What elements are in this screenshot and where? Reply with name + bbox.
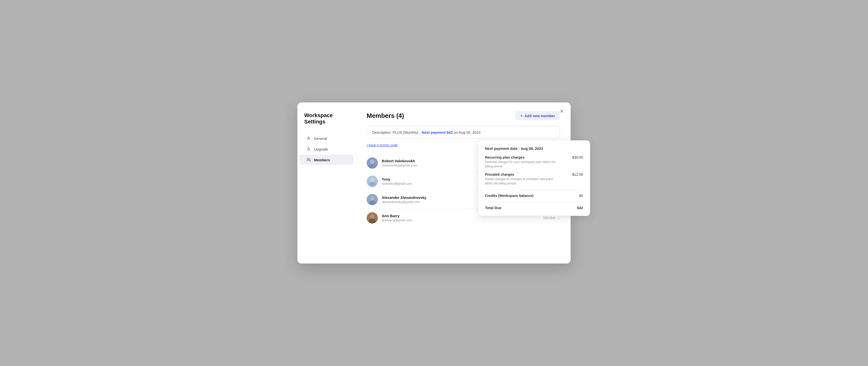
plan-text: PLUS (Monthly) - [393,130,422,134]
sidebar-nav: General Upgrade [298,133,356,165]
rocket-icon [306,147,311,152]
svg-point-14 [369,219,376,223]
members-icon [306,157,311,162]
tooltip-credits-amount: $0 [579,194,583,197]
tooltip-recurring-row: Recurring plan charges Renewal charges f… [485,155,583,169]
tooltip-prorated-sub: Partial charges for changes to members a… [485,177,558,186]
sidebar-item-general-label: General [314,136,327,141]
svg-point-13 [370,214,374,219]
sidebar: Workspace Settings General [298,102,356,264]
tooltip-total-amount: $42 [577,206,583,210]
payment-suffix: on Aug 08, 2023 [454,130,480,134]
svg-point-1 [308,149,309,150]
description-prefix: Description: [372,130,392,134]
header-row: Members (4) + Add new member [367,111,560,120]
svg-point-5 [369,164,376,169]
svg-point-0 [308,137,309,139]
next-payment-link[interactable]: Next payment $42 [422,130,453,134]
tooltip-recurring-amount: $30.00 [572,155,583,159]
user-icon [306,136,311,141]
tooltip-date: Next payment date - Aug 08, 2023 [485,146,583,151]
chevron-down-icon: ⌄ [557,216,560,220]
tooltip-prorated-info: Prorated charges Partial charges for cha… [485,173,558,186]
page-title: Members (4) [367,112,404,120]
tooltip-prorated-row: Prorated charges Partial charges for cha… [485,173,583,186]
svg-point-7 [370,178,374,182]
svg-point-4 [370,159,374,164]
tooltip-credits-row: Credits (Workspace balance) $0 [485,194,583,197]
tooltip-recurring-info: Recurring plan charges Renewal charges f… [485,155,558,169]
tooltip-total-label: Total Due [485,206,501,210]
svg-point-11 [369,201,376,205]
tooltip-prorated-amount: $12.00 [572,173,583,176]
avatar [367,176,378,187]
avatar [367,212,378,223]
tooltip-recurring-label: Recurring plan charges [485,155,558,159]
tooltip-total-row: Total Due $42 [485,206,583,210]
plus-icon: + [520,114,523,118]
sidebar-title: Workspace Settings [298,112,356,133]
sidebar-item-members-label: Members [314,158,330,162]
tooltip-divider-2 [485,202,583,202]
add-member-label: Add new member [525,114,555,118]
svg-point-2 [307,158,309,160]
sidebar-item-upgrade-label: Upgrade [314,147,328,151]
tooltip-recurring-sub: Renewal charges for your workspace plan … [485,160,558,169]
sidebar-item-upgrade[interactable]: Upgrade [299,144,354,154]
main-content: ✕ Members (4) + Add new member Descripti… [356,102,570,264]
description-bar: Description: PLUS (Monthly) - Next payme… [367,126,560,139]
promo-code-link[interactable]: I have a promo code [367,143,398,147]
add-member-button[interactable]: + Add new member [516,111,560,120]
member-role-dropdown[interactable]: Member ⌄ [544,216,560,220]
avatar [367,157,378,169]
workspace-settings-modal: Workspace Settings General [298,102,570,264]
sidebar-item-general[interactable]: General [299,133,354,144]
close-button[interactable]: ✕ [558,108,566,115]
tooltip-credits-label: Credits (Workspace balance) [485,194,533,197]
payment-tooltip: Next payment date - Aug 08, 2023 Recurri… [478,140,590,216]
member-role-label: Member [544,216,556,220]
avatar [367,194,378,205]
svg-point-8 [369,182,376,187]
tooltip-credits-info: Credits (Workspace balance) [485,194,533,197]
svg-point-10 [370,196,374,200]
close-icon: ✕ [560,108,564,115]
tooltip-prorated-label: Prorated charges [485,173,558,176]
sidebar-item-members[interactable]: Members [299,155,354,165]
member-email: annbarry@gmail.com [382,218,539,222]
